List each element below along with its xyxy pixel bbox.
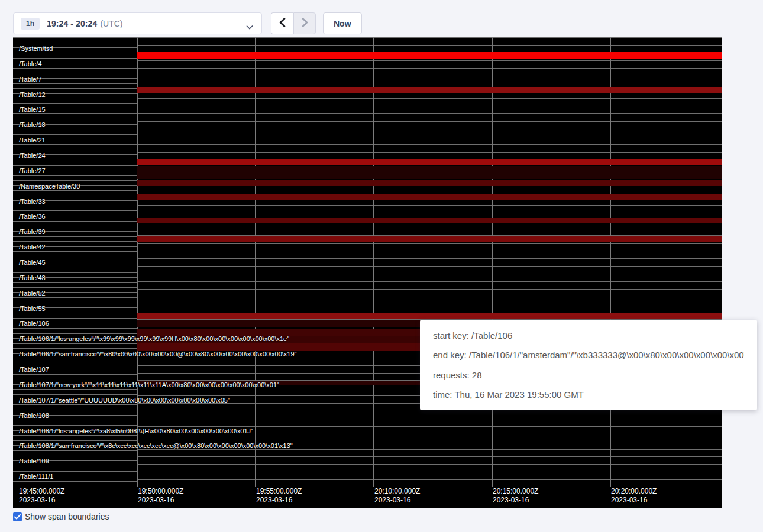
- span-boundary-line: [137, 68, 722, 69]
- span-boundary-line: [13, 471, 137, 472]
- row-label: /Table/55: [19, 305, 46, 312]
- chevron-left-icon: [279, 18, 286, 29]
- span-boundary-line: [13, 196, 137, 196]
- x-tick-time: 20:15:00.000Z: [493, 487, 538, 496]
- span-boundary-line: [137, 281, 722, 282]
- x-tick-time: 20:10:00.000Z: [374, 487, 420, 496]
- heatmap-band[interactable]: [137, 166, 722, 179]
- span-boundary-line: [13, 425, 137, 426]
- row-label: /Table/15: [19, 106, 46, 113]
- show-span-boundaries-label: Show span boundaries: [25, 512, 109, 521]
- span-boundary-line: [13, 113, 137, 114]
- span-boundary-line: [13, 333, 137, 334]
- span-boundary-line: [13, 404, 137, 405]
- heatmap-band[interactable]: [137, 194, 722, 200]
- x-tick-date: 2023-03-16: [138, 496, 183, 505]
- span-boundary-line: [13, 53, 137, 53]
- x-axis-tick-label: 19:55:00.000Z2023-03-16: [256, 487, 302, 505]
- span-boundary-line: [13, 282, 137, 283]
- chevron-right-icon: [302, 18, 308, 29]
- time-range-selector[interactable]: 1h 19:24 - 20:24 (UTC): [13, 12, 262, 34]
- span-boundary-line: [137, 456, 722, 457]
- heatmap-band[interactable]: [137, 159, 722, 165]
- x-axis-tick-label: 20:10:00.000Z2023-03-16: [374, 487, 420, 505]
- span-boundary-line: [13, 481, 137, 482]
- heatmap-band[interactable]: [137, 52, 722, 59]
- span-boundary-line: [137, 45, 722, 46]
- row-label: /Table/39: [19, 228, 46, 235]
- time-bucket-gridline: [492, 37, 493, 487]
- span-boundary-line: [137, 152, 722, 153]
- x-tick-time: 19:55:00.000Z: [256, 487, 302, 496]
- row-label: /Table/111/1: [19, 473, 53, 480]
- tooltip-line: end key: /Table/106/1/"amsterdam"/"\xb33…: [433, 350, 744, 360]
- heatmap-band[interactable]: [137, 218, 722, 223]
- row-label: /NamespaceTable/30: [19, 183, 80, 190]
- heatmap-band[interactable]: [137, 236, 722, 242]
- span-boundary-line: [13, 394, 137, 395]
- span-boundary-line: [137, 266, 722, 267]
- span-boundary-line: [13, 450, 137, 451]
- span-boundary-line: [137, 213, 722, 213]
- span-boundary-line: [137, 235, 722, 236]
- footer: Show span boundaries: [13, 512, 109, 521]
- span-boundary-line: [137, 289, 722, 290]
- span-boundary-line: [13, 210, 137, 211]
- heatmap-band[interactable]: [137, 313, 722, 319]
- duration-badge: 1h: [21, 18, 40, 30]
- show-span-boundaries-checkbox[interactable]: [13, 512, 22, 521]
- heatmap-band[interactable]: [137, 180, 722, 186]
- span-boundary-line: [137, 106, 722, 106]
- heatmap-canvas[interactable]: /System/tsd/Table/4/Table/7/Table/12/Tab…: [13, 37, 722, 508]
- span-boundary-line: [13, 206, 137, 206]
- x-tick-date: 2023-03-16: [611, 496, 657, 505]
- span-boundary-line: [13, 410, 137, 410]
- span-boundary-line: [137, 243, 722, 244]
- span-boundary-line: [13, 328, 137, 329]
- x-tick-date: 2023-03-16: [374, 496, 420, 505]
- span-boundary-line: [13, 119, 137, 119]
- span-boundary-line: [13, 37, 137, 38]
- span-boundary-line: [137, 205, 722, 206]
- span-boundary-line: [137, 228, 722, 228]
- next-time-button[interactable]: [293, 12, 316, 34]
- span-boundary-line: [13, 88, 137, 89]
- span-boundary-line: [13, 257, 137, 257]
- span-boundary-line: [137, 121, 722, 122]
- span-boundary-line: [137, 190, 722, 190]
- chevron-down-icon: [246, 21, 253, 32]
- span-boundary-line: [137, 297, 722, 297]
- row-label: /System/tsd: [19, 45, 53, 52]
- x-tick-date: 2023-03-16: [256, 496, 302, 505]
- x-tick-time: 19:50:00.000Z: [138, 487, 183, 496]
- key-visualizer-page: 1h 19:24 - 20:24 (UTC) Now /System/tsd/T…: [0, 0, 763, 532]
- span-boundary-line: [137, 464, 722, 465]
- span-boundary-line: [137, 411, 722, 411]
- span-boundary-line: [13, 134, 137, 135]
- span-boundary-line: [13, 420, 137, 420]
- row-label: /Table/109: [19, 458, 49, 465]
- row-label: /Table/108/1/"los angeles"/"\xa8\xf5\u00…: [19, 427, 253, 434]
- previous-time-button[interactable]: [271, 12, 293, 34]
- row-label: /Table/18: [19, 121, 46, 128]
- span-boundary-line: [13, 272, 137, 273]
- row-label: /Table/36: [19, 213, 46, 220]
- span-boundary-line: [137, 251, 722, 251]
- span-boundary-line: [13, 226, 137, 226]
- span-boundary-line: [13, 318, 137, 319]
- span-boundary-line: [13, 236, 137, 237]
- span-boundary-line: [13, 43, 137, 43]
- row-label: /Table/52: [19, 290, 46, 297]
- span-boundary-line: [13, 180, 137, 181]
- row-label: /Table/108: [19, 412, 49, 419]
- time-range-text: 19:24 - 20:24: [47, 19, 97, 28]
- span-boundary-line: [137, 419, 722, 419]
- span-boundary-line: [137, 137, 722, 137]
- heatmap-band[interactable]: [137, 87, 722, 93]
- row-label: /Table/106/1/"los angeles"/"\x99\x99\x99…: [19, 335, 289, 342]
- row-label: /Table/24: [19, 152, 46, 159]
- now-button[interactable]: Now: [323, 12, 362, 34]
- row-label: /Table/12: [19, 91, 46, 98]
- span-boundary-line: [13, 297, 137, 298]
- row-label: /Table/106: [19, 320, 49, 327]
